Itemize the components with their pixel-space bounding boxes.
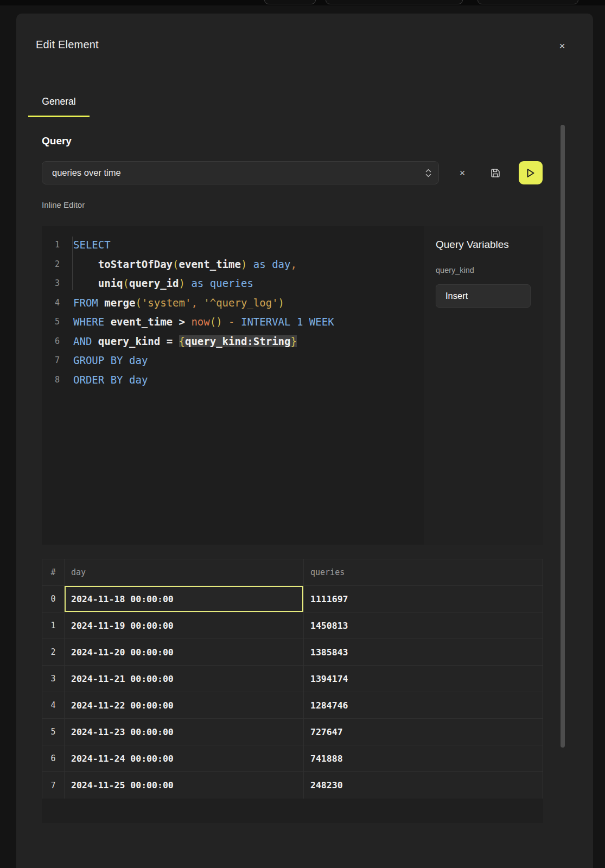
line-number: 1 — [42, 235, 60, 255]
queries-cell[interactable]: 1450813 — [304, 612, 543, 639]
code-token — [198, 297, 203, 309]
code-text: toStartOfDay(event_time) as day, — [73, 255, 297, 275]
code-line: 7GROUP BY day — [42, 351, 424, 371]
code-token: BY — [111, 354, 123, 366]
code-text: FROM merge('system', '^query_log') — [73, 293, 284, 313]
row-index-cell: 7 — [42, 772, 65, 799]
indent-guide — [72, 237, 73, 290]
close-button[interactable]: × — [555, 39, 570, 53]
code-token — [173, 335, 179, 347]
queries-cell[interactable]: 741888 — [304, 745, 543, 771]
code-token: 1 — [297, 316, 303, 328]
code-lines: 1SELECT2 toStartOfDay(event_time) as day… — [42, 235, 424, 390]
query-variables-title: Query Variables — [436, 239, 543, 251]
clear-query-button[interactable]: × — [455, 166, 469, 180]
row-index-cell: 3 — [42, 666, 65, 692]
code-token: as — [191, 277, 203, 289]
row-index-cell: 2 — [42, 639, 65, 665]
header-index: # — [42, 559, 65, 585]
code-line: 4FROM merge('system', '^query_log') — [42, 293, 424, 313]
code-token: () — [210, 316, 222, 328]
code-token: GROUP — [73, 354, 104, 366]
queries-cell[interactable]: 1385843 — [304, 639, 543, 665]
code-token: day — [272, 258, 290, 270]
code-token: as — [253, 258, 266, 270]
day-cell[interactable]: 2024-11-24 00:00:00 — [65, 745, 304, 771]
variable-name-label: query_kind — [436, 266, 543, 275]
query-variables-panel: Query Variables query_kind Insert — [424, 226, 543, 545]
day-cell[interactable]: 2024-11-22 00:00:00 — [65, 692, 304, 718]
line-number: 5 — [42, 312, 60, 332]
tab-general[interactable]: General — [28, 96, 90, 117]
table-row: 52024-11-23 00:00:00727647 — [42, 719, 543, 745]
edit-element-modal: Edit Element × General Query queries ove… — [16, 14, 593, 868]
line-number: 7 — [42, 351, 60, 371]
code-line: 3 uniq(query_id) as queries — [42, 274, 424, 293]
background-button — [477, 0, 578, 4]
row-index-cell: 6 — [42, 745, 65, 771]
code-line: 8ORDER BY day — [42, 371, 424, 390]
background-button — [326, 0, 463, 4]
code-token — [73, 258, 98, 270]
code-text: SELECT — [73, 235, 111, 255]
code-token: merge — [104, 297, 135, 309]
table-row: 42024-11-22 00:00:001284746 — [42, 692, 543, 719]
code-token: SELECT — [73, 239, 111, 251]
code-token — [104, 354, 110, 366]
query-select[interactable]: queries over time — [42, 161, 439, 184]
results-table: #dayqueries02024-11-18 00:00:00111169712… — [42, 559, 543, 799]
code-token: INTERVAL — [241, 316, 291, 328]
inline-editor: 1SELECT2 toStartOfDay(event_time) as day… — [42, 226, 543, 545]
table-row: 02024-11-18 00:00:001111697 — [42, 586, 543, 612]
line-number: 3 — [42, 274, 60, 293]
day-cell[interactable]: 2024-11-19 00:00:00 — [65, 612, 304, 639]
line-number: 6 — [42, 332, 60, 352]
code-token: day — [129, 374, 148, 386]
table-row: 12024-11-19 00:00:001450813 — [42, 612, 543, 639]
code-token: ( — [173, 258, 179, 270]
code-text: GROUP BY day — [73, 351, 148, 371]
code-token: ORDER — [73, 374, 104, 386]
modal-scrollbar[interactable] — [561, 125, 565, 748]
code-token: AND — [73, 335, 92, 347]
line-number: 2 — [42, 255, 60, 275]
line-number: 4 — [42, 293, 60, 313]
day-cell[interactable]: 2024-11-21 00:00:00 — [65, 666, 304, 692]
code-token: event_time — [111, 316, 173, 328]
code-token: WEEK — [309, 316, 334, 328]
background-button — [264, 0, 316, 4]
table-row: 22024-11-20 00:00:001385843 — [42, 639, 543, 666]
queries-cell[interactable]: 248230 — [304, 772, 543, 799]
table-row: 62024-11-24 00:00:00741888 — [42, 745, 543, 772]
code-token — [303, 316, 309, 328]
queries-cell[interactable]: 1111697 — [304, 586, 543, 612]
code-token: toStartOfDay — [98, 258, 173, 270]
code-token: query_kind — [98, 335, 160, 347]
insert-variable-button[interactable]: Insert — [436, 284, 531, 308]
day-cell[interactable]: 2024-11-23 00:00:00 — [65, 719, 304, 745]
code-token — [185, 277, 191, 289]
code-line: 6AND query_kind = {query_kind:String} — [42, 332, 424, 352]
save-query-button[interactable] — [488, 165, 503, 181]
code-token — [291, 316, 297, 328]
selected-day-cell[interactable]: 2024-11-18 00:00:00 — [65, 586, 304, 612]
code-token: event_time — [179, 258, 241, 270]
queries-cell[interactable]: 1284746 — [304, 692, 543, 718]
background-topbar — [0, 0, 605, 5]
day-cell[interactable]: 2024-11-25 00:00:00 — [65, 772, 304, 799]
line-number: 8 — [42, 371, 60, 390]
sql-code-editor[interactable]: 1SELECT2 toStartOfDay(event_time) as day… — [42, 226, 424, 545]
row-index-cell: 0 — [42, 586, 65, 612]
run-query-button[interactable] — [519, 161, 543, 184]
clear-icon: × — [460, 168, 466, 178]
code-token: ) — [278, 297, 284, 309]
queries-cell[interactable]: 1394174 — [304, 666, 543, 692]
code-token — [104, 374, 110, 386]
queries-cell[interactable]: 727647 — [304, 719, 543, 745]
code-line: 1SELECT — [42, 235, 424, 255]
code-token — [98, 297, 104, 309]
inline-editor-label: Inline Editor — [42, 200, 85, 209]
code-token: ) — [241, 258, 247, 270]
code-token — [104, 316, 110, 328]
day-cell[interactable]: 2024-11-20 00:00:00 — [65, 639, 304, 665]
